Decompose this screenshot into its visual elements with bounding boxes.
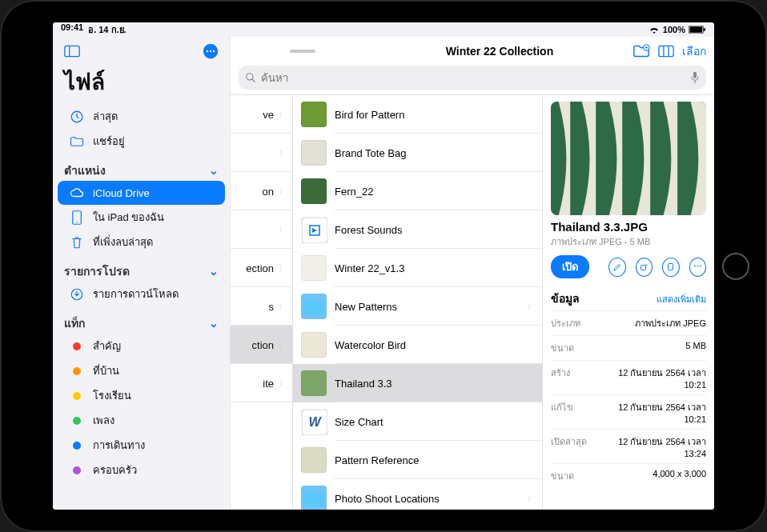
show-more-button[interactable]: แสดงเพิ่มเติม (657, 292, 706, 306)
sidebar-item-label: รายการดาวน์โหลด (93, 286, 179, 302)
screen: 09:41 อ. 14 ก.ย. 100% (53, 22, 714, 510)
search-field[interactable] (261, 72, 685, 84)
info-key: ประเภท (551, 316, 580, 330)
sidebar-tag-item[interactable]: ที่บ้าน (58, 358, 225, 383)
sidebar-tag-item[interactable]: เพลง (58, 408, 225, 433)
column1-row[interactable]: ction〉 (231, 326, 292, 364)
svg-point-8 (213, 50, 215, 52)
chevron-right-icon: 〉 (279, 262, 287, 274)
file-name-label: Forest Sounds (335, 224, 536, 236)
search-input[interactable] (239, 66, 706, 90)
sidebar-item-on-ipad[interactable]: ใน iPad ของฉัน (58, 205, 225, 230)
file-name-label: Watercolor Bird (335, 339, 536, 351)
new-folder-button[interactable] (632, 44, 650, 58)
file-row[interactable]: Forest Sounds (293, 210, 542, 249)
column1-row[interactable]: ve〉 (231, 95, 292, 134)
column-2[interactable]: Bird for PatternBrand Tote BagFern_22For… (293, 95, 543, 510)
ipad-icon (69, 210, 85, 226)
view-options-button[interactable] (658, 45, 674, 58)
info-row: ขนาด5 MB (551, 335, 706, 360)
rotate-button[interactable] (636, 258, 653, 277)
sidebar-section-tags[interactable]: แท็ก ⌄ (53, 306, 230, 334)
info-pane: Thailand 3.3.JPG ภาพประเภท JPEG - 5 MB เ… (543, 95, 714, 510)
mic-icon[interactable] (690, 71, 700, 84)
sidebar-item-icloud[interactable]: iCloud Drive (58, 181, 225, 205)
file-thumb-icon (301, 486, 327, 510)
open-button[interactable]: เปิด (551, 255, 589, 278)
sidebar-tag-item[interactable]: ครอบครัว (58, 458, 225, 482)
chevron-right-icon: 〉 (279, 378, 287, 390)
sidebar-item-label: ใน iPad ของฉัน (93, 209, 164, 226)
column1-row[interactable]: 〉 (231, 210, 292, 249)
info-key: สร้าง (551, 366, 570, 390)
column1-row[interactable]: ite〉 (231, 364, 292, 402)
file-name-label: Photo Shoot Locations (335, 493, 519, 505)
markup-button[interactable] (608, 258, 626, 277)
file-row[interactable]: Brand Tote Bag (293, 134, 542, 172)
column1-row[interactable]: 〉 (231, 134, 292, 172)
svg-line-18 (252, 79, 255, 82)
chevron-right-icon: 〉 (279, 301, 287, 313)
sidebar-section-locations[interactable]: ตำแหน่ง ⌄ (53, 154, 230, 181)
toggle-sidebar-button[interactable] (61, 40, 83, 62)
grabber-icon[interactable] (290, 50, 315, 53)
info-more-button[interactable]: ⋯ (689, 258, 707, 277)
file-row[interactable]: Thailand 3.3 (293, 364, 542, 402)
info-filename: Thailand 3.3.JPG (551, 220, 706, 234)
tag-dot-icon (69, 438, 85, 454)
file-row[interactable]: Bird for Pattern (293, 95, 542, 134)
sidebar-tag-item[interactable]: โรงเรียน (58, 383, 225, 408)
file-row[interactable]: Photo Shoot Locations〉 (293, 479, 542, 510)
info-row: ประเภทภาพประเภท JPEG (551, 310, 706, 335)
file-thumb-icon (301, 178, 327, 204)
column1-row[interactable]: ection〉 (231, 249, 292, 287)
sidebar-item-recently-deleted[interactable]: ที่เพิ่งลบล่าสุด (58, 230, 225, 254)
file-row[interactable]: WSize Chart (293, 402, 542, 441)
column1-label: on (263, 186, 274, 198)
window-title: Winter 22 Collection (375, 45, 624, 58)
sidebar-item-recents[interactable]: ล่าสุด (58, 104, 225, 129)
sidebar-item-label: เพลง (93, 412, 114, 429)
svg-rect-3 (65, 46, 79, 56)
home-button[interactable] (722, 253, 749, 280)
column1-row[interactable]: s〉 (231, 287, 292, 326)
convert-button[interactable] (662, 258, 680, 277)
file-thumb-icon (301, 294, 327, 319)
chevron-right-icon: 〉 (279, 109, 287, 121)
info-row: ขนาด4,000 x 3,000 (551, 463, 706, 488)
info-key: ขนาด (551, 469, 574, 483)
svg-rect-14 (659, 46, 673, 56)
file-row[interactable]: New Patterns〉 (293, 287, 542, 326)
more-button[interactable] (199, 40, 222, 62)
sidebar-tag-item[interactable]: สำคัญ (58, 334, 225, 358)
file-row[interactable]: Fern_22 (293, 172, 542, 210)
sidebar-item-shared[interactable]: แชร์อยู่ (58, 129, 225, 154)
chevron-right-icon: 〉 (527, 301, 536, 313)
select-button[interactable]: เลือก (682, 42, 706, 60)
ipad-frame: 09:41 อ. 14 ก.ย. 100% (0, 0, 767, 532)
info-row: สร้าง12 กันยายน 2564 เวลา 10:21 (551, 360, 706, 394)
file-row[interactable]: Pattern Reference (293, 441, 542, 479)
search-icon (245, 72, 256, 83)
svg-point-11 (76, 222, 78, 223)
chevron-right-icon: 〉 (279, 339, 287, 351)
sidebar-title: ไฟล์ (53, 62, 230, 104)
svg-rect-27 (668, 263, 673, 270)
file-thumb-icon (301, 140, 327, 166)
sidebar-item-label: การเดินทาง (93, 437, 145, 454)
sidebar-section-favorites[interactable]: รายการโปรด ⌄ (53, 254, 230, 282)
column1-label: ve (263, 109, 274, 121)
app-root: ไฟล์ ล่าสุด แชร์อยู่ ตำแหน่ง ⌄ iCloud Dr… (53, 37, 714, 510)
info-value: 12 กันยายน 2564 เวลา 10:21 (602, 400, 706, 424)
file-row[interactable]: Winter 22_v1.3 (293, 249, 542, 287)
sidebar-tag-item[interactable]: การเดินทาง (58, 433, 225, 458)
sidebar-item-downloads[interactable]: รายการดาวน์โหลด (58, 282, 225, 306)
chevron-down-icon: ⌄ (209, 265, 219, 278)
main-area: Winter 22 Collection เลือก (231, 37, 714, 510)
column1-row[interactable]: on〉 (231, 172, 292, 210)
column-1[interactable]: ve〉〉on〉〉ection〉s〉ction〉ite〉 (231, 95, 293, 510)
sidebar-item-label: สำคัญ (93, 338, 121, 354)
file-preview-image[interactable] (551, 102, 706, 215)
file-thumb-icon (301, 370, 327, 396)
file-row[interactable]: Watercolor Bird (293, 326, 542, 364)
